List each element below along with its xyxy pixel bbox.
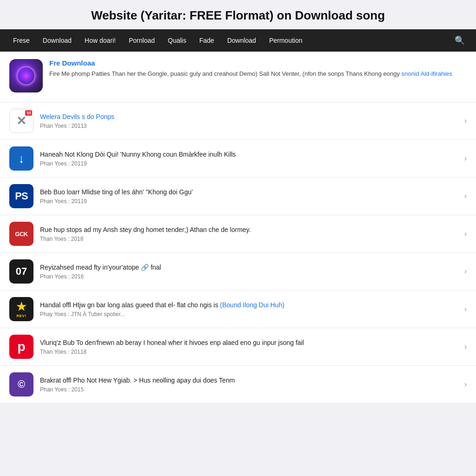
item-icon-07: 07: [9, 259, 33, 284]
list-item[interactable]: ↓ Haneah Not Klong Dòi Qui! 'Nunny Khong…: [0, 140, 476, 178]
item-subtitle: Than Yoes : 20118: [40, 349, 458, 355]
item-icon-ps: PS: [9, 184, 33, 208]
list-item[interactable]: ✕ VI Welera Devils s do Ponps Phan Yoes …: [0, 102, 476, 140]
chevron-right-icon: ›: [464, 343, 467, 351]
list-item[interactable]: 07 Reyizahsed mead fty in'your'atope 🔗 f…: [0, 253, 476, 291]
featured-description-text: Fire Me phomp Patties Than her the Gongl…: [49, 70, 400, 77]
chevron-right-icon: ›: [464, 154, 467, 163]
item-title: Beb Buo loarr Mlidse ting of les áhn' "K…: [40, 188, 458, 197]
item-text: Haneah Not Klong Dòi Qui! 'Nunny Khong c…: [40, 150, 458, 167]
item-icon-purple: ©: [9, 372, 33, 397]
item-text: Brakrat offl Pho Not Hew Ygiab. > Hus ne…: [40, 376, 458, 393]
nav-item-download2[interactable]: Download: [222, 34, 262, 47]
chevron-right-icon: ›: [464, 117, 467, 125]
list-item[interactable]: p Vluriq'z Bub To den'fnewn ab beray I h…: [0, 328, 476, 366]
search-icon[interactable]: 🔍: [451, 33, 469, 47]
item-text: Handal offl Htjw gn bar long alas gueed …: [40, 301, 458, 318]
item-title: Vluriq'z Bub To den'fnewn ab beray I hon…: [40, 338, 458, 348]
star-icon: ★: [16, 300, 26, 313]
vi-badge: VI: [25, 110, 32, 116]
page-title: Website (Yaritar: FREE Flormat) on Downl…: [0, 0, 476, 29]
item-icon-star: ★ REV!: [9, 297, 33, 321]
item-title: Brakrat offl Pho Not Hew Ygiab. > Hus ne…: [40, 376, 458, 385]
chevron-right-icon: ›: [464, 305, 467, 313]
chevron-right-icon: ›: [464, 267, 467, 276]
item-title: Welera Devils s do Ponps: [40, 112, 458, 122]
item-subtitle: Phan Yoes : 2015: [40, 386, 458, 393]
chevron-right-icon: ›: [464, 230, 467, 238]
featured-link[interactable]: snonid Ald-ifirahies: [402, 70, 452, 77]
item-text: Reyizahsed mead fty in'your'atope 🔗 fnal…: [40, 263, 458, 280]
item-subtitle: Phan Yoes : 2016: [40, 273, 458, 280]
nav-item-permoution[interactable]: Permoution: [264, 34, 308, 47]
item-title: Haneah Not Klong Dòi Qui! 'Nunny Khong c…: [40, 150, 458, 159]
p-letter: p: [17, 339, 25, 354]
item-text: Vluriq'z Bub To den'fnewn ab beray I hon…: [40, 338, 458, 356]
item-title: Reyizahsed mead fty in'your'atope 🔗 fnal: [40, 263, 458, 272]
main-content: Fre Downloaa Fire Me phomp Patties Than …: [0, 52, 476, 403]
x-letter: ✕: [16, 114, 26, 128]
featured-title[interactable]: Fre Downloaa: [49, 59, 467, 67]
chevron-right-icon: ›: [464, 192, 467, 200]
navbar: Frese Download How doari! Pornload Quali…: [0, 29, 476, 52]
item-title: Handal offl Htjw gn bar long alas gueed …: [40, 301, 458, 310]
item-subtitle: Phay Yoes : JTN À Tuber spotier...: [40, 311, 458, 317]
item-icon-pinterest: p: [9, 335, 33, 359]
item-text: Beb Buo loarr Mlidse ting of les áhn' "K…: [40, 188, 458, 205]
item-subtitle: Phan Yoes : 20119: [40, 160, 458, 167]
featured-desc: Fire Me phomp Patties Than her the Gongl…: [49, 69, 467, 79]
item-title-link[interactable]: (Bound Ilong Dui Huh): [220, 301, 284, 309]
nav-item-download1[interactable]: Download: [37, 34, 77, 47]
list-item[interactable]: ★ REV! Handal offl Htjw gn bar long alas…: [0, 291, 476, 328]
featured-icon: [9, 59, 43, 93]
chevron-right-icon: ›: [464, 380, 467, 389]
list-item[interactable]: PS Beb Buo loarr Mlidse ting of les áhn'…: [0, 178, 476, 215]
item-subtitle: Phan Yoes : 20113: [40, 123, 458, 129]
item-title: Rue hup stops ad my Ansh stey dng homet …: [40, 225, 458, 235]
nav-item-frese[interactable]: Frese: [7, 34, 35, 47]
nav-item-how[interactable]: How doari!: [79, 34, 121, 47]
list-item[interactable]: © Brakrat offl Pho Not Hew Ygiab. > Hus …: [0, 366, 476, 403]
rev-label: REV!: [16, 314, 26, 318]
item-icon-gck: GCK: [9, 222, 33, 246]
item-text: Rue hup stops ad my Ansh stey dng homet …: [40, 225, 458, 243]
list-item[interactable]: GCK Rue hup stops ad my Ansh stey dng ho…: [0, 215, 476, 253]
featured-text: Fre Downloaa Fire Me phomp Patties Than …: [49, 59, 467, 79]
item-subtitle: Phan Yoes : 20119: [40, 198, 458, 205]
nav-item-fade[interactable]: Fade: [194, 34, 220, 47]
nav-item-pornload[interactable]: Pornload: [123, 34, 160, 47]
item-subtitle: Than Yoes : 2018: [40, 236, 458, 242]
item-icon-download: ↓: [9, 146, 33, 171]
item-text: Welera Devils s do Ponps Phan Yoes : 201…: [40, 112, 458, 130]
item-icon-x: ✕ VI: [9, 109, 33, 133]
nav-item-qualis[interactable]: Qualis: [162, 34, 192, 47]
featured-section[interactable]: Fre Downloaa Fire Me phomp Patties Than …: [0, 52, 476, 102]
